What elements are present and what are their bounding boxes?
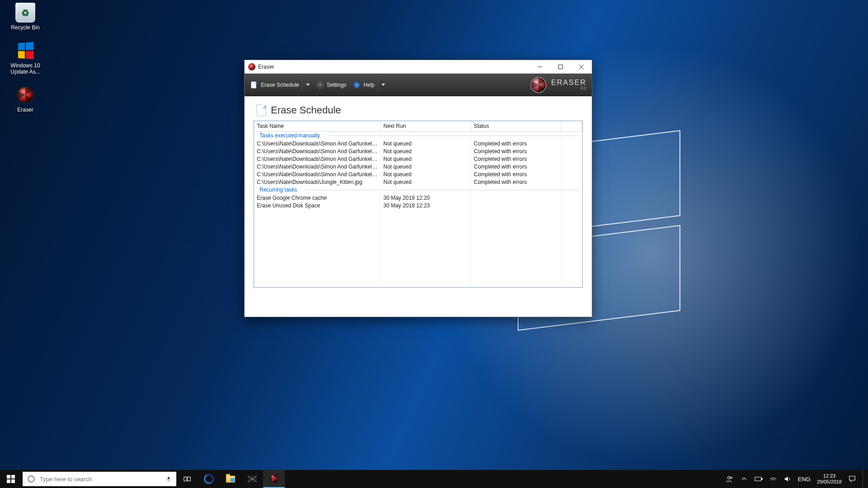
desktop-icon-windows-update-assistant[interactable]: Windows 10 Update As... xyxy=(3,41,48,75)
windows-update-icon xyxy=(15,41,35,61)
svg-rect-8 xyxy=(188,477,190,481)
cell-next: 30 May 2018 12:20 xyxy=(381,194,471,202)
clock-time: 12:23 xyxy=(817,473,842,479)
taskbar-app-edge[interactable] xyxy=(198,470,220,488)
cell-spacer xyxy=(561,170,582,178)
cell-next: Not queued xyxy=(381,170,471,178)
chevron-down-icon[interactable] xyxy=(306,84,310,86)
toolbar-label: Help xyxy=(363,82,375,88)
network-icon[interactable] xyxy=(769,475,777,483)
desktop-icon-eraser[interactable]: Eraser xyxy=(3,85,48,113)
desktop-icon-label: Recycle Bin xyxy=(3,24,48,31)
cell-next: Not queued xyxy=(381,163,471,170)
battery-icon[interactable] xyxy=(755,475,763,483)
task-view-button[interactable] xyxy=(176,470,198,488)
table-row[interactable]: C:\Users\Nate\Downloads\Simon And Garfun… xyxy=(254,147,582,155)
cell-next: Not queued xyxy=(381,147,471,155)
taskbar-search[interactable] xyxy=(23,472,176,486)
edge-icon xyxy=(203,473,215,485)
cell-status: Completed with errors xyxy=(471,140,561,147)
brand-name: ERASER xyxy=(551,79,586,86)
taskbar: ENG 12:23 29/05/2018 xyxy=(0,470,868,488)
chevron-down-icon[interactable] xyxy=(382,84,385,86)
folder-icon xyxy=(226,476,235,483)
eraser-titlebar-icon xyxy=(248,63,255,70)
eraser-logo-icon xyxy=(530,77,547,93)
cell-spacer xyxy=(561,147,582,155)
gear-icon xyxy=(316,81,324,89)
cell-status: Completed with errors xyxy=(471,163,561,170)
table-row[interactable]: C:\Users\Nate\Downloads\Simon And Garfun… xyxy=(254,163,582,170)
eraser-brand: ERASER6.2 xyxy=(530,77,586,93)
col-next-run[interactable]: Next Run xyxy=(381,121,471,131)
svg-point-10 xyxy=(731,477,732,479)
cell-name: C:\Users\Nate\Downloads\Simon And Garfun… xyxy=(254,155,381,163)
search-input[interactable] xyxy=(40,476,161,483)
section-recurring: Recurring tasks xyxy=(254,186,582,194)
task-grid: Task Name Next Run Status Tasks executed… xyxy=(254,121,583,288)
cell-name: Erase Google Chrome cache xyxy=(254,194,381,202)
cell-next: Not queued xyxy=(381,155,471,163)
table-row[interactable]: C:\Users\Nate\Downloads\Jungle_Kitten.jp… xyxy=(254,178,582,186)
microphone-icon[interactable] xyxy=(165,476,172,482)
close-button[interactable] xyxy=(571,60,592,74)
titlebar[interactable]: Eraser xyxy=(245,60,592,74)
cell-name: Erase Unused Disk Space xyxy=(254,202,381,209)
cell-name: C:\Users\Nate\Downloads\Jungle_Kitten.jp… xyxy=(254,178,381,186)
desktop-icon-label: Eraser xyxy=(3,107,48,113)
window-title: Eraser xyxy=(258,64,274,70)
desktop-icon-recycle-bin[interactable]: Recycle Bin xyxy=(3,3,48,31)
cell-name: C:\Users\Nate\Downloads\Simon And Garfun… xyxy=(254,170,381,178)
cell-next: 30 May 2018 12:23 xyxy=(381,202,471,209)
col-spacer xyxy=(561,121,582,131)
svg-point-5 xyxy=(28,476,34,482)
minimize-button[interactable] xyxy=(529,60,550,74)
section-manual: Tasks executed manually xyxy=(254,131,582,140)
show-desktop-button[interactable] xyxy=(863,470,865,488)
table-row[interactable]: Erase Unused Disk Space30 May 2018 12:23 xyxy=(254,202,582,209)
erase-schedule-button[interactable]: Erase Schedule xyxy=(250,79,310,91)
svg-rect-12 xyxy=(761,478,762,479)
maximize-button[interactable] xyxy=(550,60,571,74)
svg-rect-1 xyxy=(251,81,256,88)
taskbar-app-mail[interactable] xyxy=(241,470,263,488)
cell-status: Completed with errors xyxy=(471,170,561,178)
cell-status: Completed with errors xyxy=(471,147,561,155)
table-row[interactable]: Erase Google Chrome cache30 May 2018 12:… xyxy=(254,194,582,202)
windows-logo-icon xyxy=(7,475,15,483)
col-task-name[interactable]: Task Name xyxy=(254,121,381,131)
toolbar-label: Settings xyxy=(327,82,346,88)
taskbar-app-file-explorer[interactable] xyxy=(220,470,241,488)
brand-version: 6.2 xyxy=(551,86,586,90)
help-button[interactable]: ? Help xyxy=(353,79,385,91)
help-icon: ? xyxy=(353,81,361,89)
taskbar-clock[interactable]: 12:23 29/05/2018 xyxy=(817,473,842,485)
clock-date: 29/05/2018 xyxy=(817,479,842,485)
settings-button[interactable]: Settings xyxy=(316,81,346,89)
taskbar-app-eraser[interactable] xyxy=(263,470,285,488)
svg-rect-0 xyxy=(559,65,563,69)
toolbar-label: Erase Schedule xyxy=(261,82,299,88)
svg-rect-11 xyxy=(755,477,761,481)
svg-point-2 xyxy=(319,84,321,86)
desktop-icon-label: Windows 10 Update As... xyxy=(3,62,48,75)
col-status[interactable]: Status xyxy=(471,121,561,131)
table-row[interactable]: C:\Users\Nate\Downloads\Simon And Garfun… xyxy=(254,170,582,178)
tray-chevron-up-icon[interactable] xyxy=(740,475,748,483)
table-row[interactable]: C:\Users\Nate\Downloads\Simon And Garfun… xyxy=(254,140,582,147)
cell-status: Completed with errors xyxy=(471,155,561,163)
table-row[interactable]: C:\Users\Nate\Downloads\Simon And Garfun… xyxy=(254,155,582,163)
action-center-icon[interactable] xyxy=(848,475,856,483)
eraser-app-icon xyxy=(15,85,35,105)
cell-name: C:\Users\Nate\Downloads\Simon And Garfun… xyxy=(254,147,381,155)
people-icon[interactable] xyxy=(726,475,734,483)
input-language[interactable]: ENG xyxy=(798,475,811,483)
page-icon xyxy=(256,104,266,116)
cell-spacer xyxy=(561,155,582,163)
svg-point-9 xyxy=(727,477,730,479)
cell-status xyxy=(471,202,561,209)
start-button[interactable] xyxy=(0,470,22,488)
volume-icon[interactable] xyxy=(783,475,792,483)
svg-rect-7 xyxy=(184,477,187,481)
cell-spacer xyxy=(561,202,582,209)
